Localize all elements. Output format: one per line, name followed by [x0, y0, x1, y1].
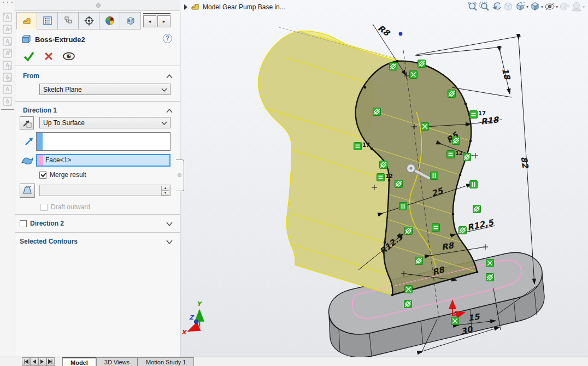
expand-chevron-icon[interactable]	[166, 239, 173, 245]
annotation-new-icon[interactable]: A	[2, 12, 14, 23]
tangent-relation-icon	[404, 227, 413, 235]
preview-button[interactable]	[62, 52, 75, 61]
parallel-relation-badge[interactable]	[399, 202, 407, 210]
tab-propertymanager[interactable]	[37, 12, 58, 29]
featuremanager-tree-icon	[22, 16, 32, 26]
equal-relation-badge[interactable]: 17	[354, 142, 370, 150]
annotation-frame-icon[interactable]: A	[2, 84, 14, 95]
ok-button[interactable]	[23, 51, 35, 62]
tangent-relation-badge[interactable]	[379, 161, 387, 169]
tangent-relation-badge[interactable]	[415, 257, 423, 265]
from-section-header[interactable]: From	[23, 72, 39, 80]
draft-button[interactable]	[20, 184, 35, 198]
help-button[interactable]: ?	[163, 34, 172, 43]
prev-tab-button[interactable]	[30, 357, 38, 366]
from-dropdown[interactable]: Sketch Plane	[39, 84, 170, 95]
equal-relation-badge[interactable]: 17	[469, 110, 486, 119]
graphics-area[interactable]: Model Gear Pump Base in... ▾▾▾▾	[180, 0, 588, 357]
tangent-relation-badge[interactable]	[404, 227, 413, 235]
tangent-relation-badge[interactable]	[389, 62, 397, 70]
cancel-button[interactable]	[44, 51, 54, 61]
tangent-relation-badge[interactable]	[448, 90, 456, 98]
annotation-link-icon[interactable]: A	[2, 96, 14, 107]
annotation-edit-icon[interactable]: A	[2, 24, 14, 35]
tangent-relation-icon	[389, 62, 397, 70]
chevron-down-icon	[161, 121, 167, 126]
coincident-relation-badge[interactable]	[451, 317, 459, 325]
tangent-relation-badge[interactable]	[404, 300, 412, 308]
last-tab-button[interactable]	[46, 357, 55, 366]
triad-x-label: X	[181, 329, 187, 336]
annotation-copy-icon[interactable]: A	[2, 72, 14, 83]
dimension-label[interactable]: 82	[519, 156, 531, 168]
coincident-relation-badge[interactable]	[409, 70, 418, 79]
panel-splitter-handle[interactable]	[96, 3, 101, 8]
sketch-point-selected[interactable]	[399, 32, 403, 36]
merge-result-checkbox[interactable]: Merge result	[39, 171, 86, 179]
tabs-scroll-left-button[interactable]: ◂	[143, 15, 156, 27]
draft-angle-input[interactable]: ▲▼	[39, 185, 170, 196]
tangent-relation-badge[interactable]	[418, 60, 426, 68]
tangent-relation-badge[interactable]	[458, 226, 467, 234]
direction-reference-field[interactable]	[36, 132, 170, 151]
parallel-relation-badge[interactable]	[430, 172, 438, 180]
coincident-relation-icon	[451, 317, 459, 325]
tangent-relation-badge[interactable]	[473, 205, 481, 213]
annotation-properties-icon[interactable]: A	[2, 60, 14, 71]
tangent-relation-badge[interactable]	[373, 108, 381, 116]
collapse-chevron-icon[interactable]	[166, 108, 173, 114]
dimension-label[interactable]: 15	[467, 312, 480, 323]
tab-configurationmanager[interactable]	[58, 12, 79, 29]
collapse-chevron-icon[interactable]	[166, 74, 173, 79]
parallel-relation-badge[interactable]	[469, 180, 478, 188]
draft-outward-checkbox[interactable]: Draft outward	[40, 203, 90, 211]
tab-motion-study-1[interactable]: Motion Study 1	[138, 357, 194, 366]
expand-chevron-icon[interactable]	[166, 221, 173, 227]
equal-relation-badge[interactable]: 12	[377, 173, 393, 181]
tangent-relation-icon	[458, 226, 467, 234]
extrude-preview-body[interactable]	[258, 27, 479, 296]
equal-relation-icon	[469, 110, 478, 119]
configurationmanager-icon	[63, 16, 73, 26]
coincident-relation-badge[interactable]	[486, 259, 494, 267]
tab-model[interactable]: Model	[62, 357, 96, 366]
coincident-relation-badge[interactable]	[421, 122, 429, 131]
feature-title: Boss-Extrude2	[35, 36, 85, 44]
tabs-scroll-right-button[interactable]: ▸	[157, 15, 170, 27]
end-condition-dropdown[interactable]: Up To Surface	[39, 117, 170, 128]
spinner-buttons[interactable]: ▲▼	[161, 186, 169, 195]
first-tab-button[interactable]	[22, 357, 30, 366]
annotation-move-icon[interactable]: A	[2, 36, 14, 47]
direction1-section-header[interactable]: Direction 1	[23, 107, 57, 114]
tab-featuremanager-tree[interactable]	[16, 12, 37, 29]
tab-3d-views[interactable]: 3D Views	[96, 357, 138, 366]
solidworks-window: AAAAAAAA ◂▸ Boss-Extrude2 ? Fr	[0, 0, 588, 366]
triad-y-label: Y	[197, 300, 203, 308]
contours-section-header[interactable]: Selected Contours	[20, 238, 78, 245]
direction-reference-icon	[24, 135, 35, 146]
next-tab-button[interactable]	[38, 357, 46, 366]
coincident-relation-icon	[409, 70, 418, 79]
direction2-checkbox[interactable]: Direction 2	[20, 220, 64, 227]
panel-top-strip	[15, 0, 180, 11]
tangent-relation-icon	[373, 108, 381, 116]
dimension-label[interactable]: R8	[441, 240, 455, 252]
equal-relation-badge[interactable]: 12	[446, 150, 463, 158]
checkbox-checked-icon	[39, 172, 46, 179]
panel-edge-splitter[interactable]	[176, 160, 184, 191]
relation-number: 17	[478, 110, 486, 116]
tangent-relation-badge[interactable]	[463, 153, 471, 161]
equal-relation-icon	[432, 223, 440, 232]
equal-relation-badge[interactable]	[432, 223, 440, 232]
tangent-relation-badge[interactable]	[452, 137, 460, 145]
tab-dimxpertmanager[interactable]	[79, 12, 99, 29]
tangent-relation-badge[interactable]	[395, 180, 403, 188]
chevron-down-icon	[161, 88, 167, 92]
tab-displaymanager[interactable]	[99, 12, 120, 29]
tab-cam-feature-tree[interactable]	[120, 12, 141, 29]
tangent-relation-badge[interactable]	[486, 273, 494, 281]
annotation-add-icon[interactable]: A	[2, 48, 14, 59]
surface-reference-field[interactable]: Face<1>	[36, 154, 170, 167]
reverse-direction-button[interactable]	[20, 116, 34, 129]
coincident-relation-badge[interactable]	[404, 285, 413, 293]
